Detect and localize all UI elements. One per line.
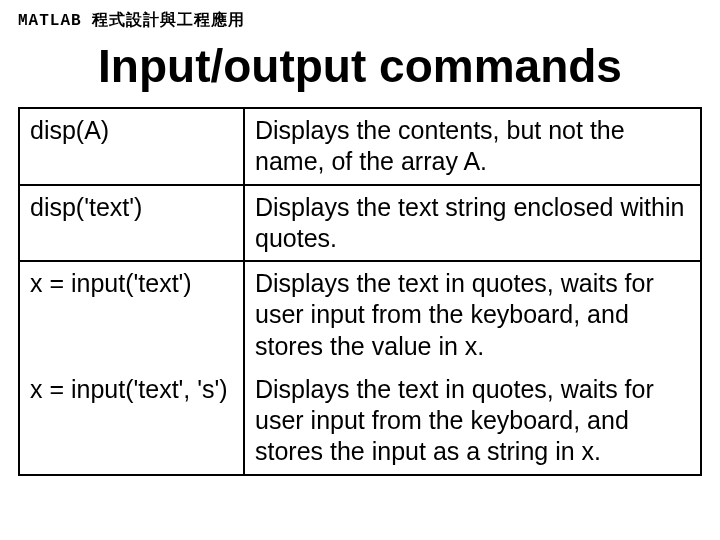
table-row: x = input('text', 's') Displays the text…: [19, 368, 701, 475]
command-cell: x = input('text', 's'): [19, 368, 244, 475]
command-cell: disp(A): [19, 108, 244, 185]
description-cell: Displays the contents, but not the name,…: [244, 108, 701, 185]
page-title: Input/output commands: [18, 39, 702, 93]
description-cell: Displays the text in quotes, waits for u…: [244, 261, 701, 368]
description-cell: Displays the text string enclosed within…: [244, 185, 701, 262]
commands-table: disp(A) Displays the contents, but not t…: [18, 107, 702, 476]
table-row: disp('text') Displays the text string en…: [19, 185, 701, 262]
header-label: MATLAB 程式設計與工程應用: [18, 10, 702, 31]
table-row: disp(A) Displays the contents, but not t…: [19, 108, 701, 185]
table-row: x = input('text') Displays the text in q…: [19, 261, 701, 368]
command-cell: disp('text'): [19, 185, 244, 262]
description-cell: Displays the text in quotes, waits for u…: [244, 368, 701, 475]
command-cell: x = input('text'): [19, 261, 244, 368]
